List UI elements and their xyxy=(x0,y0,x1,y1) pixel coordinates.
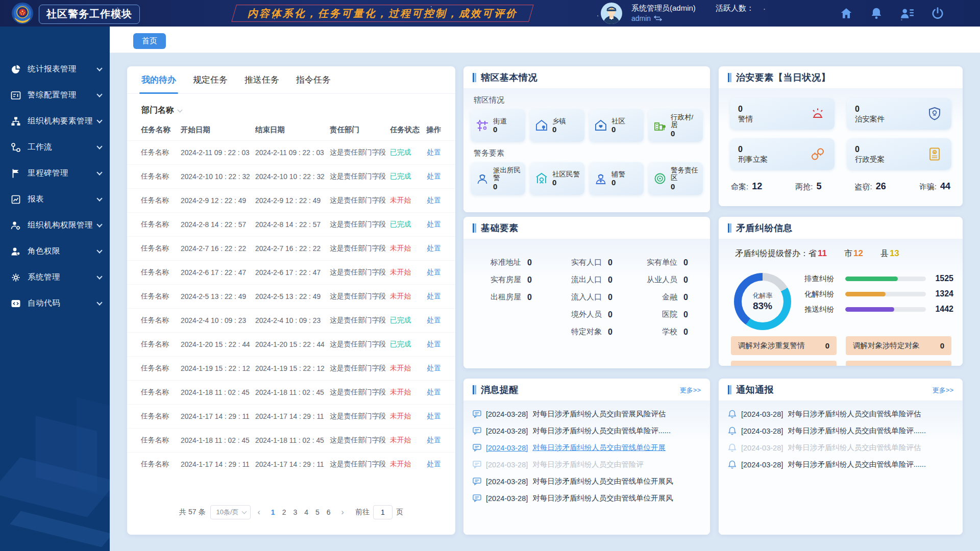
task-name: 任务名称 xyxy=(141,316,181,325)
message-item[interactable]: [2024-03-28] 对每日涉矛盾纠纷人员交由管线单位开展 xyxy=(473,443,701,453)
task-department: 这是责任部门字段 xyxy=(330,148,390,157)
dispose-link[interactable]: 处置 xyxy=(422,172,441,181)
more-link[interactable]: 更多>> xyxy=(933,386,953,395)
goto-page-input[interactable] xyxy=(373,505,393,519)
page-unit-label: 页 xyxy=(396,508,403,517)
username[interactable]: admin xyxy=(631,14,651,22)
security-tile-criminal-cases[interactable]: 0 刑事立案 xyxy=(730,138,835,170)
task-department: 这是责任部门字段 xyxy=(330,316,390,325)
page-number[interactable]: 3 xyxy=(289,508,301,516)
stat-tile-street[interactable]: 街道 0 xyxy=(471,109,525,142)
security-tile-public-cases[interactable]: 0 治安案件 xyxy=(847,98,951,130)
bar-fill xyxy=(845,277,898,281)
pie-chart-icon xyxy=(11,64,21,74)
chevron-down-icon xyxy=(96,117,102,123)
message-bubble-icon xyxy=(473,410,481,418)
stat-tile-village[interactable]: 行政村/居 0 xyxy=(648,109,703,142)
dispose-link[interactable]: 处置 xyxy=(422,148,441,157)
dispute-flag-button[interactable]: 调解对象涉重复警情 0 xyxy=(731,336,837,355)
dispose-link[interactable]: 处置 xyxy=(422,364,441,373)
police-officer-icon xyxy=(601,3,622,24)
tab-command-tasks[interactable]: 指令任务 xyxy=(296,66,331,94)
message-item[interactable]: [2024-03-28] 对每日涉矛盾纠纷人员交由管险评 xyxy=(473,460,701,469)
sidebar-item-auto-code[interactable]: 自动代码 xyxy=(0,290,110,316)
security-tile-admin-cases[interactable]: 0 行政受案 xyxy=(847,138,951,170)
bell-outline-icon xyxy=(728,410,737,418)
notice-bulletin-panel: 通知通报 更多>> [2024-03-28] 对每日涉矛盾纠纷人员交由管线单险评… xyxy=(719,379,963,535)
message-bubble-icon xyxy=(473,478,481,485)
dispose-link[interactable]: 处置 xyxy=(422,244,441,253)
power-icon[interactable] xyxy=(931,7,944,20)
page-number[interactable]: 5 xyxy=(312,508,323,516)
dispose-link[interactable]: 处置 xyxy=(422,268,441,277)
stat-tile-community[interactable]: 社区 0 xyxy=(589,109,644,142)
page-number[interactable]: 2 xyxy=(279,508,290,516)
dispose-link[interactable]: 处置 xyxy=(422,196,441,205)
switch-user-icon[interactable] xyxy=(654,15,662,21)
notice-item[interactable]: [2024-03-28] 对每日涉矛盾纠纷人员交由管线单险评...... xyxy=(728,460,953,469)
dispose-link[interactable]: 处置 xyxy=(422,412,441,421)
slogan-text: 内容体系化，任务可量化，过程可控制，成效可评价 xyxy=(248,7,518,20)
more-link[interactable]: 更多>> xyxy=(680,386,701,395)
stat-tile-community-police[interactable]: 社区民警 0 xyxy=(530,162,584,195)
department-filter[interactable]: 部门名称 xyxy=(127,94,455,119)
task-start-date: 2024-2-8 14 : 22 : 57 xyxy=(181,221,255,229)
page-number[interactable]: 1 xyxy=(267,508,279,516)
next-page-button[interactable]: › xyxy=(339,508,346,517)
dispose-link[interactable]: 处置 xyxy=(422,460,441,469)
table-row: 任务名称 2024-2-7 16 : 22 : 22 2024-2-7 16 :… xyxy=(127,236,455,260)
page-number[interactable]: 6 xyxy=(323,508,334,516)
notice-item[interactable]: [2024-03-28] 对每日涉矛盾纠纷人员交由管线单险评估 xyxy=(728,409,953,419)
message-text: 对每日涉矛盾纠纷人员交由管线单位开展风 xyxy=(532,493,673,503)
page-size-select[interactable]: 10条/页 xyxy=(210,505,250,519)
message-item[interactable]: [2024-03-28] 对每日涉矛盾纠纷人员交由管展风险评估 xyxy=(473,409,701,419)
stat-tile-auxiliary-police[interactable]: 辅警 0 xyxy=(589,162,644,195)
sidebar-item-org-permissions[interactable]: 组织机构权限管理 xyxy=(0,212,110,238)
task-status: 未开始 xyxy=(390,292,422,301)
message-item[interactable]: [2024-03-28] 对每日涉矛盾纠纷人员交由管线单险评...... xyxy=(473,426,701,436)
sidebar-item-statistics-report[interactable]: 统计报表管理 xyxy=(0,56,110,82)
sidebar-item-workflow[interactable]: 工作流 xyxy=(0,134,110,160)
sidebar-item-police-config[interactable]: 警综配置管理 xyxy=(0,82,110,108)
dispose-link[interactable]: 处置 xyxy=(422,388,441,397)
notice-item[interactable]: [2024-03-28] 对每日涉矛盾纠纷人员交由管线单险评估 xyxy=(728,443,953,453)
dispute-flag-button[interactable]: 八单一表未及时推送 0 xyxy=(846,361,951,366)
message-item[interactable]: [2024-03-28] 对每日涉矛盾纠纷人员交由管线单位开展风 xyxy=(473,477,701,486)
isometric-illustration xyxy=(0,398,110,551)
tab-my-todo[interactable]: 我的待办 xyxy=(141,66,176,94)
dispose-link[interactable]: 处置 xyxy=(422,436,441,445)
stat-tile-duty-zone[interactable]: 警务责任区 0 xyxy=(648,162,703,195)
dispose-link[interactable]: 处置 xyxy=(422,340,441,349)
basic-stat: 标准地址 0 xyxy=(469,258,542,267)
task-table-body: 任务名称 2024-2-11 09 : 22 : 03 2024-2-11 09… xyxy=(127,140,455,476)
task-end-date: 2024-2-4 10 : 09 : 23 xyxy=(255,317,330,324)
dispute-flag-button[interactable]: 调解对象涉特定对象 0 xyxy=(846,336,951,355)
dispose-link[interactable]: 处置 xyxy=(422,292,441,301)
username-row[interactable]: admin xyxy=(631,14,662,22)
message-item[interactable]: [2024-03-28] 对每日涉矛盾纠纷人员交由管线单位开展风 xyxy=(473,493,701,503)
bell-icon[interactable] xyxy=(870,7,883,20)
dispute-flag-button[interactable]: 调解双方缺联系人方式 0 xyxy=(731,361,837,366)
sidebar-item-role-permissions[interactable]: 角色权限 xyxy=(0,238,110,264)
home-icon[interactable] xyxy=(840,7,853,20)
sidebar-item-reports[interactable]: 报表 xyxy=(0,186,110,212)
tab-pushed-tasks[interactable]: 推送任务 xyxy=(244,66,279,94)
users-icon[interactable] xyxy=(900,7,914,20)
security-tile-alerts[interactable]: 0 警情 xyxy=(730,98,835,130)
stat-tile-township[interactable]: 乡镇 0 xyxy=(530,109,584,142)
user-avatar[interactable] xyxy=(601,3,622,24)
stat-tile-station-police[interactable]: 派出所民警 0 xyxy=(471,162,525,195)
sidebar-item-milestone[interactable]: 里程碑管理 xyxy=(0,160,110,186)
sidebar-item-org-elements[interactable]: 组织机构要素管理 xyxy=(0,108,110,134)
basic-stat: 实有人口 0 xyxy=(542,258,622,267)
page-number[interactable]: 4 xyxy=(301,508,312,516)
dispose-link[interactable]: 处置 xyxy=(422,316,441,325)
dispose-link[interactable]: 处置 xyxy=(422,220,441,229)
tab-regulated-tasks[interactable]: 规定任务 xyxy=(193,66,228,94)
sidebar-item-system-management[interactable]: 系统管理 xyxy=(0,264,110,290)
tab-home[interactable]: 首页 xyxy=(133,33,166,49)
notice-item[interactable]: [2024-03-28] 对每日涉矛盾纠纷人员交由管线单险评...... xyxy=(728,426,953,436)
bar-track xyxy=(845,277,926,281)
resolution-rate-donut: 化解率 83% xyxy=(734,273,791,330)
prev-page-button[interactable]: ‹ xyxy=(256,508,262,517)
